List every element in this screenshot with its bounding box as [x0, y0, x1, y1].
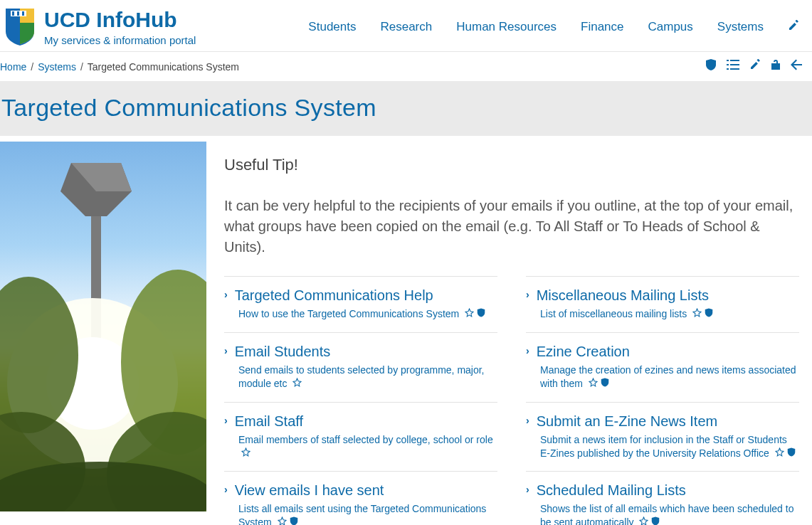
menu-item-desc: Lists all emails sent using the Targeted…: [224, 502, 497, 525]
menu-item-trailing-icons: [292, 378, 302, 391]
shield-icon[interactable]: [787, 447, 796, 460]
shield-icon[interactable]: [705, 308, 713, 321]
svg-rect-5: [730, 60, 739, 61]
shield-icon[interactable]: [601, 378, 609, 391]
star-icon[interactable]: [278, 516, 287, 525]
menu-item-desc-text: Manage the creation of ezines and news i…: [540, 364, 796, 389]
menu-item-trailing-icons: [241, 447, 251, 460]
chevron-right-icon: ›: [526, 287, 529, 302]
header: UCD InfoHub My services & information po…: [0, 0, 812, 52]
menu-item-title[interactable]: View emails I have sent: [235, 482, 384, 499]
breadcrumb-sep: /: [80, 61, 83, 73]
tip-body: It can be very helpful to the recipients…: [224, 196, 799, 258]
star-icon[interactable]: [692, 308, 702, 321]
breadcrumb-home[interactable]: Home: [0, 61, 26, 73]
menu-item-head: ›Scheduled Mailing Lists: [526, 482, 799, 499]
svg-rect-7: [730, 64, 739, 65]
chevron-right-icon: ›: [224, 343, 228, 359]
menu-item-head: ›Miscellaneous Mailing Lists: [526, 287, 799, 304]
page-action-icons: [705, 59, 809, 74]
breadcrumb-section[interactable]: Systems: [38, 61, 76, 73]
nav-campus[interactable]: Campus: [648, 20, 693, 34]
breadcrumb-sep: /: [31, 61, 33, 73]
menu-item-desc: Shows the list of all emails which have …: [526, 502, 799, 525]
chevron-right-icon: ›: [526, 482, 529, 497]
menu-item-desc: Submit a news item for inclusion in the …: [526, 433, 799, 460]
nav-systems[interactable]: Systems: [717, 20, 764, 34]
page-title-band: Targeted Communications System: [0, 81, 812, 136]
menu-item: ›Submit an E-Zine News ItemSubmit a news…: [526, 402, 799, 472]
shield-icon[interactable]: [705, 59, 717, 74]
svg-rect-4: [727, 60, 729, 61]
menu-item-trailing-icons: [692, 308, 713, 321]
star-icon[interactable]: [241, 447, 251, 460]
svg-rect-1: [12, 11, 14, 16]
menu-item: ›Ezine CreationManage the creation of ez…: [526, 332, 799, 402]
menu-item-title[interactable]: Scheduled Mailing Lists: [537, 482, 686, 499]
menu-item-desc-text: List of miscellaneous mailing lists: [540, 308, 690, 319]
menu-item: ›Miscellaneous Mailing ListsList of misc…: [526, 276, 799, 332]
page-title: Targeted Communications System: [1, 94, 811, 122]
menu-item: ›Email StaffEmail members of staff selec…: [224, 402, 497, 472]
main-column: Useful Tip! It can be very helpful to th…: [224, 142, 812, 525]
main-nav: Students Research Human Resources Financ…: [308, 20, 812, 34]
chevron-right-icon: ›: [526, 413, 529, 428]
menu-item-title[interactable]: Targeted Communications Help: [235, 287, 433, 304]
svg-rect-9: [730, 68, 739, 70]
chevron-right-icon: ›: [224, 482, 228, 497]
ucd-crest-icon: [4, 7, 36, 47]
edit-icon[interactable]: [749, 59, 761, 74]
menu-item-head: ›Submit an E-Zine News Item: [526, 413, 799, 430]
shield-icon[interactable]: [290, 516, 298, 525]
menu-item-trailing-icons: [278, 516, 298, 525]
logo-block: UCD InfoHub My services & information po…: [4, 7, 196, 47]
svg-rect-3: [22, 11, 24, 16]
items-right-column: ›Miscellaneous Mailing ListsList of misc…: [526, 276, 799, 525]
site-tagline: My services & information portal: [44, 34, 196, 46]
site-title[interactable]: UCD InfoHub: [44, 8, 196, 31]
menu-item-title[interactable]: Email Staff: [235, 413, 303, 430]
menu-item: ›Scheduled Mailing ListsShows the list o…: [526, 471, 799, 525]
menu-item-head: ›Targeted Communications Help: [224, 287, 497, 304]
nav-human-resources[interactable]: Human Resources: [456, 20, 557, 34]
list-icon[interactable]: [727, 59, 739, 74]
menu-item-desc-text: How to use the Targeted Communications S…: [238, 308, 462, 319]
chevron-right-icon: ›: [224, 287, 228, 302]
shield-icon[interactable]: [651, 516, 660, 525]
menu-item-title[interactable]: Miscellaneous Mailing Lists: [537, 287, 709, 304]
svg-rect-2: [17, 11, 19, 16]
star-icon[interactable]: [589, 378, 598, 391]
shield-icon[interactable]: [477, 308, 485, 321]
star-icon[interactable]: [775, 447, 784, 460]
unlock-icon[interactable]: [771, 59, 781, 74]
star-icon[interactable]: [292, 378, 302, 391]
back-arrow-icon[interactable]: [791, 59, 802, 74]
edit-nav-icon[interactable]: [788, 20, 799, 34]
menu-item: ›Targeted Communications HelpHow to use …: [224, 276, 497, 332]
nav-students[interactable]: Students: [308, 20, 356, 34]
menu-item-desc-text: Lists all emails sent using the Targeted…: [238, 503, 486, 525]
side-image: [0, 142, 206, 511]
menu-item-desc: Email members of staff selected by colle…: [224, 433, 497, 460]
menu-item-desc-text: Send emails to students selected by prog…: [238, 364, 485, 389]
content: Useful Tip! It can be very helpful to th…: [0, 136, 812, 525]
chevron-right-icon: ›: [224, 413, 228, 428]
menu-item-title[interactable]: Email Students: [235, 343, 331, 361]
svg-rect-6: [727, 64, 729, 65]
menu-item-title[interactable]: Submit an E-Zine News Item: [537, 413, 718, 430]
breadcrumb-current: Targeted Communications System: [88, 61, 239, 73]
star-icon[interactable]: [639, 516, 648, 525]
menu-item-title[interactable]: Ezine Creation: [537, 343, 630, 361]
menu-item-desc-text: Submit a news item for inclusion in the …: [540, 434, 787, 459]
menu-item-desc: Send emails to students selected by prog…: [224, 364, 497, 391]
breadcrumb: Home / Systems / Targeted Communications…: [0, 61, 239, 73]
menu-item-desc: Manage the creation of ezines and news i…: [526, 364, 799, 391]
items-left-column: ›Targeted Communications HelpHow to use …: [224, 276, 497, 525]
chevron-right-icon: ›: [526, 343, 529, 359]
nav-finance[interactable]: Finance: [581, 20, 623, 34]
menu-item-trailing-icons: [589, 378, 609, 391]
nav-research[interactable]: Research: [380, 20, 432, 34]
menu-item: ›Email StudentsSend emails to students s…: [224, 332, 497, 402]
menu-item-head: ›View emails I have sent: [224, 482, 497, 499]
star-icon[interactable]: [465, 308, 474, 321]
